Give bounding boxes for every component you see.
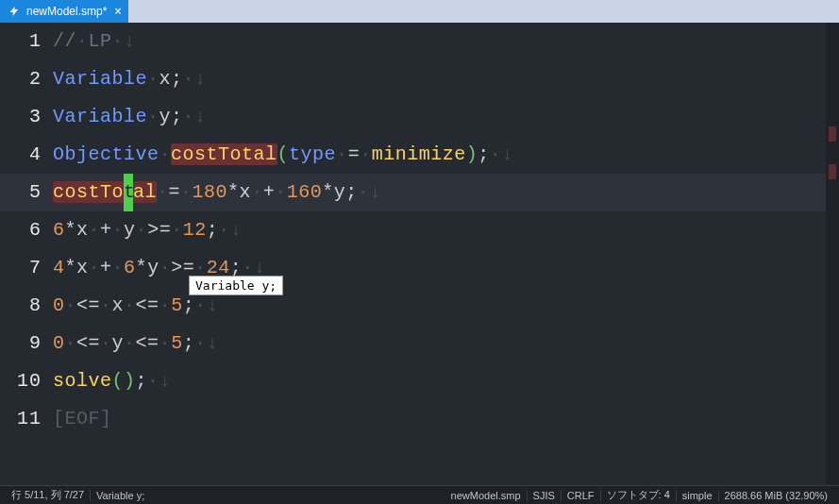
- code-line[interactable]: 3Variable·y;·↓: [0, 98, 839, 136]
- eol-glyph: ↓: [124, 30, 136, 52]
- status-encoding[interactable]: SJIS: [528, 490, 561, 501]
- code-content[interactable]: solve();·↓: [53, 362, 839, 400]
- code-content[interactable]: costTotal·=·180*x·+·160*y;·↓: [53, 174, 839, 211]
- status-mode[interactable]: simple: [677, 490, 718, 501]
- code-line[interactable]: 66*x·+·y·>=·12;·↓: [0, 211, 839, 249]
- line-number: 4: [0, 136, 53, 174]
- eol-glyph: ↓: [207, 332, 219, 354]
- line-number: 2: [0, 60, 53, 98]
- code-content[interactable]: Variable·x;·↓: [53, 60, 839, 98]
- status-cursor-position: 行 5/11, 列 7/27: [6, 488, 90, 502]
- eol-glyph: ↓: [194, 68, 207, 90]
- tab-close-button[interactable]: ×: [112, 5, 123, 18]
- code-content[interactable]: 4*x·+·6*y·>=·24;·↓: [53, 249, 839, 287]
- code-line[interactable]: 1//·LP·↓: [0, 23, 839, 60]
- status-bar: 行 5/11, 列 7/27 Variable y; newModel.smp …: [0, 485, 839, 504]
- text-cursor: t: [124, 174, 133, 211]
- line-number: 10: [0, 362, 53, 400]
- line-number: 1: [0, 23, 53, 60]
- code-content[interactable]: 0·<=·y·<=·5;·↓: [53, 325, 839, 362]
- line-number: 3: [0, 98, 53, 136]
- code-line[interactable]: 10solve();·↓: [0, 362, 839, 400]
- code-content[interactable]: [EOF]: [53, 400, 839, 438]
- eol-glyph: ↓: [369, 181, 381, 203]
- eol-glyph: ↓: [194, 106, 207, 127]
- hover-tooltip: Variable y;: [189, 276, 283, 295]
- status-filename[interactable]: newModel.smp: [445, 490, 527, 501]
- line-number: 7: [0, 249, 53, 287]
- code-line[interactable]: 74*x·+·6*y·>=·24;·↓: [0, 249, 839, 287]
- line-number: 5: [0, 174, 53, 211]
- file-tab[interactable]: newModel.smp* ×: [0, 0, 128, 23]
- line-number: 9: [0, 325, 53, 362]
- code-line[interactable]: 80·<=·x·<=·5;·↓: [0, 287, 839, 325]
- eol-glyph: ↓: [230, 219, 243, 241]
- status-eol[interactable]: CRLF: [562, 490, 600, 501]
- status-selection-info: Variable y;: [91, 490, 150, 501]
- eol-glyph: ↓: [501, 143, 513, 165]
- code-line[interactable]: 5costTotal·=·180*x·+·160*y;·↓: [0, 174, 839, 211]
- code-line[interactable]: 2Variable·x;·↓: [0, 60, 839, 98]
- tab-bar: newModel.smp* ×: [0, 0, 839, 23]
- line-number: 8: [0, 287, 53, 325]
- code-content[interactable]: Objective·costTotal(type·=·minimize);·↓: [53, 136, 839, 174]
- code-line[interactable]: 90·<=·y·<=·5;·↓: [0, 325, 839, 362]
- line-number: 11: [0, 400, 53, 438]
- status-softtab[interactable]: ソフトタブ: 4: [601, 488, 676, 502]
- code-content[interactable]: 6*x·+·y·>=·12;·↓: [53, 211, 839, 249]
- code-content[interactable]: Variable·y;·↓: [53, 98, 839, 136]
- file-type-icon: [8, 5, 21, 18]
- eol-glyph: ↓: [207, 294, 219, 316]
- code-line[interactable]: 4Objective·costTotal(type·=·minimize);·↓: [0, 136, 839, 174]
- code-editor[interactable]: 1//·LP·↓2Variable·x;·↓3Variable·y;·↓4Obj…: [0, 23, 839, 485]
- line-number: 6: [0, 211, 53, 249]
- eol-glyph: ↓: [159, 370, 172, 392]
- code-content[interactable]: 0·<=·x·<=·5;·↓: [53, 287, 839, 325]
- status-memory: 2688.66 MiB (32.90%): [719, 490, 833, 501]
- tab-title: newModel.smp*: [26, 5, 107, 18]
- code-line[interactable]: 11[EOF]: [0, 400, 839, 438]
- code-content[interactable]: //·LP·↓: [53, 23, 839, 60]
